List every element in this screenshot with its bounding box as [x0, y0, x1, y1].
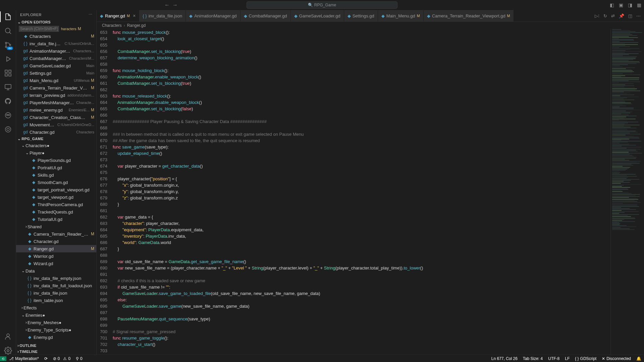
project-header[interactable]: ⌄ RPG_GAME [16, 136, 96, 142]
extra-icon[interactable] [4, 125, 12, 133]
toggle-primary-sidebar-icon[interactable]: ◧ [610, 2, 614, 8]
disconnected[interactable]: ✕Disconnected [599, 356, 634, 361]
file-label: PlayerSounds.gd [38, 158, 94, 163]
file-item[interactable]: { }inv_data_file_full_loadout.json [16, 282, 96, 289]
breadcrumb-item[interactable]: Ranger.gd [127, 23, 146, 28]
explorer-icon[interactable] [4, 13, 12, 21]
breadcrumb-item[interactable]: Characters [102, 23, 122, 28]
sync-button[interactable]: ⟳ [42, 356, 50, 361]
open-editor-item[interactable]: gdCharacter_Creation_Class_S...M [16, 114, 96, 121]
file-item[interactable]: ◆PortraitUI.gd [16, 164, 96, 171]
tab[interactable]: ◆AnimationManager.gd [186, 10, 240, 21]
file-item[interactable]: ◆TutorialUI.gd [16, 216, 96, 223]
remote-indicator[interactable]: ⎋ [0, 356, 6, 361]
open-editor-item[interactable]: gdCombatManager.gdCharacters\M... [16, 55, 96, 62]
folder-effects[interactable]: ›Effects [16, 304, 96, 311]
file-item[interactable]: ◆Enemy.gd [16, 334, 96, 341]
open-editor-item[interactable]: gdPlayerMeshManager.gdCharacte... [16, 99, 96, 106]
file-item[interactable]: { }inv_data_file_empty.json [16, 275, 96, 282]
remote-explorer-icon[interactable] [4, 83, 12, 91]
file-item[interactable]: { }item_table.json [16, 297, 96, 304]
run-debug-icon[interactable] [4, 55, 12, 63]
file-item[interactable]: ◆TrackedQuests.gd [16, 208, 96, 216]
tab[interactable]: ◆GameSaveLoader.gd [291, 10, 344, 21]
source-control-icon[interactable]: 44 [4, 41, 12, 49]
toggle-panel-icon[interactable]: ▣ [619, 2, 623, 8]
language-mode[interactable]: { }GDScript [572, 356, 599, 361]
nav-back-icon[interactable]: ← [164, 2, 170, 8]
git-branch[interactable]: ⎇MayIteration* [6, 356, 42, 361]
file-item[interactable]: ◆Warrior.gd [16, 252, 96, 260]
go-to-prev-icon[interactable]: ↻ [603, 13, 607, 18]
extensions-icon[interactable] [4, 69, 12, 77]
eol[interactable]: LF [562, 356, 572, 361]
folder-enemy_meshes[interactable]: ›Enemy_Meshes● [16, 319, 96, 326]
open-editors-header[interactable]: ⌄ OPEN EDITORS [16, 19, 96, 25]
search-input[interactable] [19, 26, 59, 32]
github-icon[interactable] [4, 97, 12, 105]
open-editor-item[interactable]: ◆CharactersM [16, 33, 96, 40]
file-item[interactable]: ◆Character.gd [16, 238, 96, 245]
open-editor-item[interactable]: gdSettings.gdMain [16, 69, 96, 77]
open-editor-item[interactable]: gdCamera_Terrain_Reader_Vie...M [16, 84, 96, 92]
folder-enemy_type_scripts[interactable]: ›Enemy_Type_Scripts● [16, 326, 96, 334]
run-file-icon[interactable]: ▷⁝ [595, 13, 599, 18]
more-icon[interactable]: ⋯ [89, 12, 93, 17]
file-item[interactable]: ◆Skills.gd [16, 171, 96, 179]
outline-header[interactable]: › OUTLINE [16, 343, 96, 349]
command-center[interactable]: 🔍 RPG_Game [247, 1, 397, 9]
tab[interactable]: { }inv_data_file.json [139, 10, 186, 21]
tab-size[interactable]: Tab Size: 4 [520, 356, 545, 361]
folder-enemies[interactable]: ⌄Enemies● [16, 311, 96, 319]
more-tab-icon[interactable]: ⋯ [636, 13, 641, 18]
folder-shared[interactable]: ›Shared [16, 223, 96, 230]
file-item[interactable]: ◆ThirdPersonCamera.gd [16, 201, 96, 208]
open-editor-item[interactable]: gdMovement.gdC:\Users\Orlin\OneD... [16, 121, 96, 128]
search-input-row[interactable]: haractersM [16, 25, 96, 33]
close-icon[interactable]: × [133, 13, 136, 18]
file-item[interactable]: ◆Ranger.gdM [16, 245, 96, 252]
open-editor-item[interactable]: gdmelee_enemy.gdEnemies\E...M [16, 106, 96, 114]
accounts-icon[interactable] [4, 333, 12, 341]
code-editor[interactable]: 653func mouse_pressed_block():654 look_a… [97, 29, 610, 355]
open-editor-item[interactable]: gdGameSaveLoader.gdMain [16, 62, 96, 69]
minimap[interactable] [610, 29, 644, 355]
tab[interactable]: ◆Main_Menu.gdM [378, 10, 424, 21]
tab[interactable]: ◆CombatManager.gd [240, 10, 291, 21]
pin-icon[interactable]: 📌 [619, 13, 624, 18]
problems[interactable]: ⊘0⚠0 [50, 356, 73, 361]
file-item[interactable]: ◆target_portrait_viewport.gd [16, 186, 96, 193]
encoding[interactable]: UTF-8 [545, 356, 562, 361]
compare-icon[interactable]: ⇄ [611, 13, 615, 18]
customize-layout-icon[interactable]: ▦ [637, 2, 641, 8]
settings-gear-icon[interactable] [4, 347, 12, 355]
search-activity-icon[interactable] [4, 27, 12, 35]
file-item[interactable]: { }inv_data_file.json [16, 289, 96, 297]
tab[interactable]: ◆Settings.gd [344, 10, 378, 21]
open-editor-item[interactable]: { }inv_data_file.jsonC:\Users\Orlin\A... [16, 40, 96, 47]
split-icon[interactable]: ◫ [628, 13, 632, 18]
breadcrumbs[interactable]: Characters › Ranger.gd [97, 22, 644, 29]
godot-icon[interactable] [4, 111, 12, 119]
open-editor-item[interactable]: gdMain_Menu.gdUI\MenusM [16, 77, 96, 84]
ports[interactable]: ⚲0 [73, 356, 85, 361]
timeline-header[interactable]: › TIMELINE [16, 349, 96, 355]
notifications-icon[interactable]: 🔔 [634, 356, 644, 361]
folder-characters[interactable]: ⌄Characters● [16, 142, 96, 149]
open-editor-item[interactable]: gdterrain_preview.gdaddons\zylann... [16, 92, 96, 99]
open-editor-item[interactable]: gdAnimationManager.gdCharacters... [16, 47, 96, 55]
folder-data[interactable]: ⌄Data [16, 267, 96, 275]
file-item[interactable]: ◆SmoothCam.gd [16, 179, 96, 186]
file-item[interactable]: ◆target_viewport.gd [16, 193, 96, 201]
open-editor-item[interactable]: gdCharacter.gdCharacters [16, 128, 96, 136]
folder-player[interactable]: ⌄Player● [16, 149, 96, 157]
tab[interactable]: ◆Camera_Terrain_Reader_Viewport.gdM [424, 10, 514, 21]
nav-forward-icon[interactable]: → [172, 2, 178, 8]
toggle-secondary-sidebar-icon[interactable]: ◨ [628, 2, 632, 8]
file-item[interactable]: ◆PlayerSounds.gd [16, 157, 96, 164]
cursor-position[interactable]: Ln 677, Col 26 [489, 356, 520, 361]
file-item[interactable]: ◆Wizard.gd [16, 260, 96, 267]
file-item[interactable]: ◆Camera_Terrain_Reader_Viewp...M [16, 230, 96, 238]
file-label: Camera_Terrain_Reader_Vie... [30, 85, 88, 90]
tab[interactable]: ◆Ranger.gdM× [97, 10, 139, 21]
